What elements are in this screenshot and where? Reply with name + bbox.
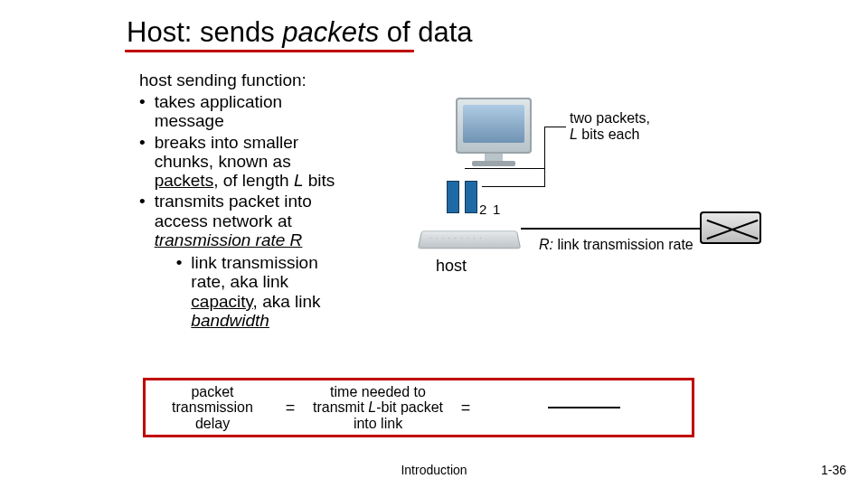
formula-box: packet transmission delay = time needed …: [143, 378, 694, 437]
lead-text: host sending function:: [139, 70, 356, 90]
two-packets-label: two packets, L bits each: [570, 110, 650, 144]
formula-rhs: [476, 407, 692, 408]
packet-1-icon: [465, 181, 477, 213]
formula-eq1: =: [279, 399, 301, 418]
monitor-icon: [456, 98, 532, 154]
slide-title: Host: sends packets of data: [25, 16, 843, 49]
link-line: [521, 228, 702, 230]
bullet-column: host sending function: takes application…: [25, 70, 360, 332]
bullet-3-inner: link transmission rate, aka link capacit…: [176, 253, 356, 330]
formula-mid: time needed to transmit L-bit packet int…: [301, 384, 455, 432]
bullet-2: breaks into smaller chunks, known as pac…: [139, 133, 356, 191]
packet-2-label: 2: [479, 202, 486, 217]
bullet-3: transmits packet into access network at …: [139, 192, 356, 330]
formula-eq2: =: [455, 399, 476, 418]
title-post: of data: [379, 16, 472, 48]
footer-page-number: 1-36: [821, 463, 846, 477]
diagram: 2 1 two packets, L bits each host R: lin…: [378, 98, 758, 296]
title-em: packets: [282, 16, 379, 48]
packet-1-label: 1: [493, 202, 500, 217]
footer-center: Introduction: [0, 463, 868, 477]
title-underline: [125, 50, 414, 52]
bullet-1: takes application message: [139, 92, 356, 131]
link-rate-label: R: link transmission rate: [539, 237, 693, 253]
host-label: host: [436, 257, 467, 276]
formula-lhs: packet transmission delay: [146, 384, 279, 432]
packet-2-icon: [447, 181, 459, 213]
keyboard-icon: [418, 230, 521, 249]
title-pre: Host: sends: [127, 16, 282, 48]
router-icon: [700, 211, 761, 244]
